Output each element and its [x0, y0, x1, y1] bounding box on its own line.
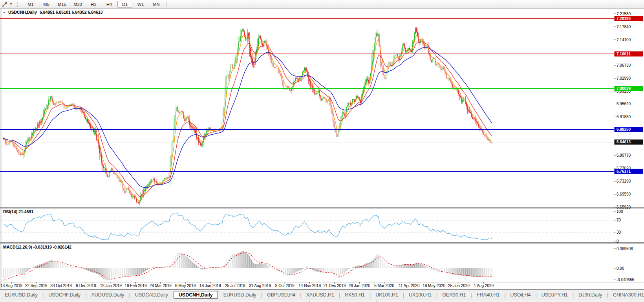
timeframe-button-d1[interactable]: D1	[117, 1, 132, 8]
timeframe-button-m5[interactable]: M5	[39, 1, 54, 8]
rsi-tick-label: 30	[617, 230, 621, 234]
tab-eurusd-daily-5[interactable]: EURUSD,Daily	[219, 292, 261, 298]
price-tick-label: 6.91880	[617, 115, 631, 119]
date-tick-label: 19 May 2020	[423, 284, 445, 288]
date-tick-label: 22 Sep 2018	[25, 284, 48, 288]
timeframe-button-h1[interactable]: H1	[86, 1, 101, 8]
price-tick-label: 6.80770	[617, 153, 631, 157]
timeframe-button-m15[interactable]: M15	[55, 1, 70, 8]
tab-eurusd-daily-0[interactable]: EURUSD,Daily	[0, 292, 42, 298]
price-tick-label: 6.73290	[617, 179, 631, 183]
macd-tick-label: -0.040655	[617, 278, 634, 282]
status-bar-divider	[126, 300, 127, 302]
macd-tick-label: 0.00	[617, 266, 624, 271]
tab-usdcnh-daily-4[interactable]: USDCNH,Daily	[174, 291, 218, 299]
date-tick-label: 6 Dec 2018	[76, 284, 96, 288]
price-level-label: 6.88250	[617, 127, 631, 132]
timeframe-button-group: M1M5M15M30H1H4D1W1MN	[23, 1, 164, 8]
rsi-tick-label: 0	[617, 239, 619, 243]
price-level-label: 7.20193	[617, 16, 631, 21]
date-tick-label: 11 Apr 2020	[399, 284, 420, 288]
tab-china300-h1-16[interactable]: CHINA300,H1	[608, 292, 644, 298]
date-tick-label: 30 Oct 2018	[50, 284, 72, 288]
tab-dj30-daily-15[interactable]: DJ30,Daily	[574, 292, 607, 298]
tab-hk50-h1-8[interactable]: HK50,H1	[340, 292, 370, 298]
price-tick-label: 7.06730	[617, 63, 631, 68]
timeframe-button-m30[interactable]: M30	[70, 1, 85, 8]
chart-tab-bar: EURUSD,Daily|USDCHF,Daily|AUDUSD,Daily|U…	[0, 289, 644, 300]
dropdown-arrow-icon[interactable]: ▼	[9, 2, 13, 6]
chart-canvas[interactable]: 7.215807.178407.141007.067307.029906.992…	[0, 0, 644, 289]
tab-audusd-daily-2[interactable]: AUDUSD,Daily	[87, 292, 129, 298]
crosshair-tool-icon[interactable]	[1, 1, 9, 8]
price-level-label: 7.10011	[617, 52, 631, 56]
tab-usdchf-daily-1[interactable]: USDCHF,Daily	[44, 292, 85, 298]
macd-label: MACD(12,26,9) -0.031919 -0.026142	[3, 245, 71, 249]
date-tick-label: 14 Nov 2019	[298, 284, 321, 288]
date-tick-label: 18 Jun 2019	[199, 284, 221, 288]
status-bar-divider	[443, 300, 443, 302]
tab-usoil-h4-13[interactable]: USOil,H4	[505, 292, 535, 298]
timeframe-button-m1[interactable]: M1	[23, 1, 38, 8]
collapse-triangle-icon[interactable]: ▼	[3, 11, 5, 14]
tab-uk100-h1-10[interactable]: UK100,H1	[404, 292, 436, 298]
tab-xauusd-h1-7[interactable]: XAUUSD,H1	[301, 292, 339, 298]
toolbar: ▼ M1M5M15M30H1H4D1W1MN	[0, 0, 644, 9]
rsi-label: RSI(14) 21.4591	[3, 209, 33, 214]
price-tick-label: 6.65920	[617, 205, 631, 209]
status-bar-divider	[376, 300, 377, 302]
price-tick-label: 7.21580	[617, 12, 631, 16]
current-price-label: 6.84613	[617, 140, 631, 144]
date-tick-label: 21 Dec 2019	[324, 284, 346, 288]
date-tick-label: 31 Aug 2019	[249, 284, 271, 288]
date-tick-label: 5 Mar 2020	[374, 284, 394, 288]
date-tick-label: 8 Oct 2019	[275, 284, 295, 288]
date-tick-label: 28 Jan 2020	[349, 284, 370, 288]
timeframe-button-mn[interactable]: MN	[149, 1, 164, 8]
date-tick-label: 28 Mar 2019	[150, 284, 172, 288]
rsi-tick-label: 100	[617, 209, 623, 214]
toolbar-separator	[166, 1, 167, 7]
status-bar-divider	[309, 300, 310, 302]
date-tick-label: 19 Feb 2019	[124, 284, 147, 288]
price-tick-label: 7.17840	[617, 25, 631, 29]
date-tick-label: 1 Aug 2020	[474, 284, 494, 288]
date-tick-label: 12 Jan 2019	[100, 284, 122, 288]
chart-title: ▼ USDCNH,Daily 6.84851 6.85101 6.84352 6…	[3, 10, 102, 15]
date-tick-label: 6 May 2019	[175, 284, 196, 288]
status-bar-divider	[243, 300, 243, 302]
date-tick-label: 13 Aug 2018	[0, 284, 23, 288]
timeframe-button-w1[interactable]: W1	[133, 1, 148, 8]
price-tick-label: 7.02990	[617, 76, 631, 81]
tab-fra40-h1-12[interactable]: FRA40,H1	[472, 292, 504, 298]
chart-symbol-period: USDCNH,Daily	[8, 10, 37, 15]
macd-tick-label: 0.069506	[617, 247, 633, 251]
tab-ger30-h1-11[interactable]: GER30,H1	[437, 292, 470, 298]
status-bar	[0, 300, 644, 302]
chart-ohlc-values: 6.84851 6.85101 6.84352 6.84613	[40, 10, 103, 15]
timeframe-button-h4[interactable]: H4	[102, 1, 117, 8]
date-tick-label: 25 Jun 2020	[448, 284, 470, 288]
price-level-label: 7.00029	[617, 86, 631, 91]
price-tick-label: 6.69550	[617, 192, 631, 196]
price-level-label: 6.76171	[617, 169, 631, 174]
tab-usdjpy-h1-14[interactable]: USDJPY,H1	[537, 292, 573, 298]
tab-gbpusd-h4-6[interactable]: GBPUSD,H4	[262, 292, 300, 298]
tab-uk100-h1-9[interactable]: UK100,H1	[371, 292, 403, 298]
price-tick-label: 6.95620	[617, 102, 631, 106]
rsi-tick-label: 70	[617, 218, 621, 222]
toolbar-grip-handle	[17, 2, 20, 7]
chart-background	[0, 8, 644, 289]
tab-usdcad-daily-3[interactable]: USDCAD,Daily	[130, 292, 173, 298]
date-tick-label: 25 Jul 2019	[225, 284, 245, 288]
price-tick-label: 7.14100	[617, 38, 631, 42]
